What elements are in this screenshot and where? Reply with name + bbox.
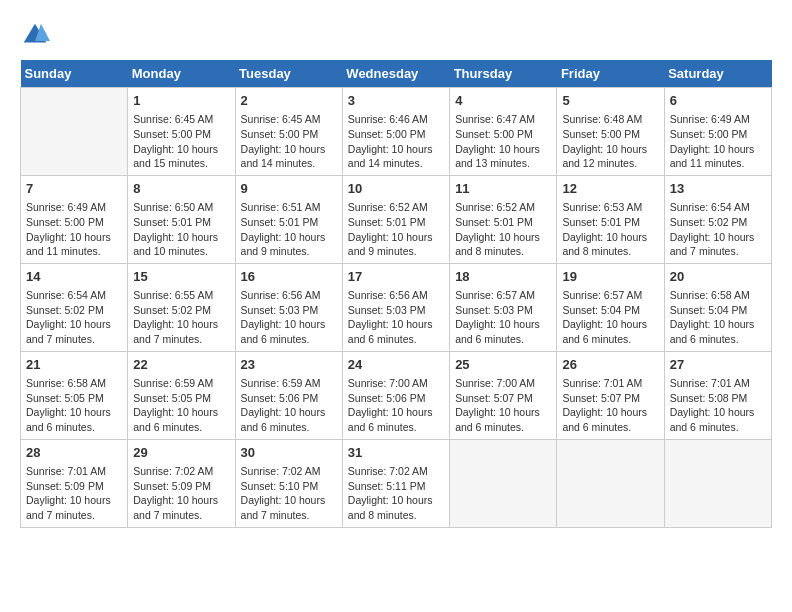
- day-number: 15: [133, 268, 229, 286]
- cell-info: Sunset: 5:09 PM: [133, 479, 229, 494]
- logo-icon: [20, 20, 50, 50]
- day-number: 21: [26, 356, 122, 374]
- day-number: 17: [348, 268, 444, 286]
- cell-info: Sunrise: 6:52 AM: [348, 200, 444, 215]
- cell-info: Sunrise: 7:01 AM: [26, 464, 122, 479]
- cell-info: Sunset: 5:02 PM: [26, 303, 122, 318]
- cell-info: Daylight: 10 hours: [26, 317, 122, 332]
- day-number: 31: [348, 444, 444, 462]
- day-number: 25: [455, 356, 551, 374]
- day-number: 9: [241, 180, 337, 198]
- day-number: 7: [26, 180, 122, 198]
- cell-info: Sunset: 5:05 PM: [133, 391, 229, 406]
- cell-info: Daylight: 10 hours: [133, 142, 229, 157]
- cell-info: Sunrise: 6:48 AM: [562, 112, 658, 127]
- cell-info: and 7 minutes.: [133, 332, 229, 347]
- cell-info: Sunrise: 6:47 AM: [455, 112, 551, 127]
- day-header-sunday: Sunday: [21, 60, 128, 88]
- cell-info: Sunrise: 6:49 AM: [670, 112, 766, 127]
- calendar-cell: 10Sunrise: 6:52 AMSunset: 5:01 PMDayligh…: [342, 175, 449, 263]
- cell-info: and 9 minutes.: [348, 244, 444, 259]
- cell-info: Sunset: 5:01 PM: [241, 215, 337, 230]
- cell-info: Daylight: 10 hours: [348, 405, 444, 420]
- day-number: 11: [455, 180, 551, 198]
- cell-info: and 6 minutes.: [26, 420, 122, 435]
- day-number: 14: [26, 268, 122, 286]
- cell-info: Sunset: 5:00 PM: [241, 127, 337, 142]
- cell-info: Sunset: 5:11 PM: [348, 479, 444, 494]
- cell-info: Sunrise: 6:56 AM: [348, 288, 444, 303]
- calendar-cell: 1Sunrise: 6:45 AMSunset: 5:00 PMDaylight…: [128, 88, 235, 176]
- cell-info: and 7 minutes.: [26, 332, 122, 347]
- cell-info: Sunrise: 6:58 AM: [670, 288, 766, 303]
- day-number: 8: [133, 180, 229, 198]
- cell-info: Daylight: 10 hours: [455, 405, 551, 420]
- day-number: 1: [133, 92, 229, 110]
- cell-info: Sunrise: 6:59 AM: [241, 376, 337, 391]
- week-row-4: 21Sunrise: 6:58 AMSunset: 5:05 PMDayligh…: [21, 351, 772, 439]
- calendar-cell: 31Sunrise: 7:02 AMSunset: 5:11 PMDayligh…: [342, 439, 449, 527]
- day-number: 30: [241, 444, 337, 462]
- calendar-cell: [21, 88, 128, 176]
- cell-info: Daylight: 10 hours: [348, 230, 444, 245]
- calendar-cell: 23Sunrise: 6:59 AMSunset: 5:06 PMDayligh…: [235, 351, 342, 439]
- day-number: 26: [562, 356, 658, 374]
- cell-info: Sunset: 5:00 PM: [562, 127, 658, 142]
- day-number: 10: [348, 180, 444, 198]
- cell-info: Sunset: 5:09 PM: [26, 479, 122, 494]
- day-number: 2: [241, 92, 337, 110]
- cell-info: Sunset: 5:00 PM: [348, 127, 444, 142]
- calendar-table: SundayMondayTuesdayWednesdayThursdayFrid…: [20, 60, 772, 528]
- cell-info: and 7 minutes.: [133, 508, 229, 523]
- calendar-cell: 17Sunrise: 6:56 AMSunset: 5:03 PMDayligh…: [342, 263, 449, 351]
- cell-info: and 6 minutes.: [670, 332, 766, 347]
- day-number: 20: [670, 268, 766, 286]
- day-number: 16: [241, 268, 337, 286]
- cell-info: Sunset: 5:06 PM: [348, 391, 444, 406]
- cell-info: Sunrise: 6:49 AM: [26, 200, 122, 215]
- cell-info: Daylight: 10 hours: [670, 142, 766, 157]
- day-number: 5: [562, 92, 658, 110]
- cell-info: and 6 minutes.: [241, 420, 337, 435]
- calendar-cell: 2Sunrise: 6:45 AMSunset: 5:00 PMDaylight…: [235, 88, 342, 176]
- cell-info: and 6 minutes.: [670, 420, 766, 435]
- cell-info: Sunset: 5:05 PM: [26, 391, 122, 406]
- day-number: 27: [670, 356, 766, 374]
- day-header-monday: Monday: [128, 60, 235, 88]
- cell-info: and 9 minutes.: [241, 244, 337, 259]
- cell-info: Sunrise: 6:45 AM: [133, 112, 229, 127]
- cell-info: and 6 minutes.: [562, 420, 658, 435]
- week-row-3: 14Sunrise: 6:54 AMSunset: 5:02 PMDayligh…: [21, 263, 772, 351]
- cell-info: Sunrise: 6:57 AM: [562, 288, 658, 303]
- calendar-cell: 22Sunrise: 6:59 AMSunset: 5:05 PMDayligh…: [128, 351, 235, 439]
- cell-info: and 12 minutes.: [562, 156, 658, 171]
- cell-info: and 13 minutes.: [455, 156, 551, 171]
- calendar-cell: 14Sunrise: 6:54 AMSunset: 5:02 PMDayligh…: [21, 263, 128, 351]
- calendar-cell: 9Sunrise: 6:51 AMSunset: 5:01 PMDaylight…: [235, 175, 342, 263]
- cell-info: Sunset: 5:03 PM: [241, 303, 337, 318]
- cell-info: Daylight: 10 hours: [241, 317, 337, 332]
- calendar-cell: 3Sunrise: 6:46 AMSunset: 5:00 PMDaylight…: [342, 88, 449, 176]
- cell-info: and 8 minutes.: [348, 508, 444, 523]
- cell-info: Sunrise: 7:01 AM: [562, 376, 658, 391]
- cell-info: and 8 minutes.: [562, 244, 658, 259]
- cell-info: Sunrise: 6:51 AM: [241, 200, 337, 215]
- cell-info: Sunset: 5:06 PM: [241, 391, 337, 406]
- calendar-cell: 24Sunrise: 7:00 AMSunset: 5:06 PMDayligh…: [342, 351, 449, 439]
- logo: [20, 20, 54, 50]
- day-number: 13: [670, 180, 766, 198]
- cell-info: Sunrise: 6:59 AM: [133, 376, 229, 391]
- cell-info: Daylight: 10 hours: [348, 493, 444, 508]
- day-number: 12: [562, 180, 658, 198]
- day-number: 18: [455, 268, 551, 286]
- cell-info: and 10 minutes.: [133, 244, 229, 259]
- week-row-2: 7Sunrise: 6:49 AMSunset: 5:00 PMDaylight…: [21, 175, 772, 263]
- cell-info: Sunset: 5:00 PM: [133, 127, 229, 142]
- cell-info: Daylight: 10 hours: [241, 405, 337, 420]
- cell-info: Sunrise: 7:02 AM: [241, 464, 337, 479]
- cell-info: Sunset: 5:00 PM: [670, 127, 766, 142]
- calendar-cell: 13Sunrise: 6:54 AMSunset: 5:02 PMDayligh…: [664, 175, 771, 263]
- cell-info: Daylight: 10 hours: [26, 230, 122, 245]
- cell-info: Sunrise: 7:00 AM: [348, 376, 444, 391]
- cell-info: Sunrise: 6:55 AM: [133, 288, 229, 303]
